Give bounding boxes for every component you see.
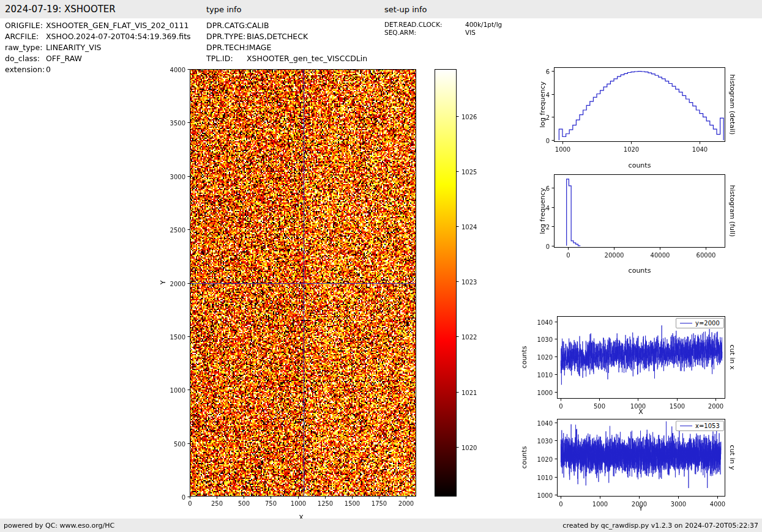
raw-type-row: raw_type: LINEARITY_VIS <box>5 42 191 53</box>
det-read-clock-label: DET.READ.CLOCK: <box>384 21 465 29</box>
footer-bar: powered by QC: www.eso.org/HC created by… <box>0 519 762 532</box>
cut-in-x-legend: y=2000 <box>676 318 724 328</box>
tpl-id-value: XSHOOTER_gen_tec_VISCCDLin <box>247 53 367 64</box>
extension-row: extension: 0 <box>5 64 191 75</box>
dpr-tech-label: DPR.TECH: <box>206 42 247 53</box>
cut-in-y-y-axis-label: counts <box>520 446 528 469</box>
legend-line-icon <box>680 323 692 323</box>
arcfile-value: XSHOO.2024-07-20T04:54:19.369.fits <box>46 31 191 42</box>
raw-type-label: raw_type: <box>5 42 46 53</box>
type-info-heading: type info <box>206 5 242 14</box>
extension-value: 0 <box>46 64 51 75</box>
dpr-type-row: DPR.TYPE: BIAS,DETCHECK <box>206 31 367 42</box>
dpr-catg-label: DPR.CATG: <box>206 20 247 31</box>
dpr-catg-row: DPR.CATG: CALIB <box>206 20 367 31</box>
raw-type-value: LINEARITY_VIS <box>46 42 102 53</box>
file-info-block: ORIGFILE: XSHOOTER_GEN_FLAT_VIS_202_0111… <box>5 20 191 75</box>
hist-detail-side-label: histogram (detail) <box>728 75 736 135</box>
hist-full-y-axis-label: log frequency <box>539 188 547 234</box>
legend-line-icon <box>680 426 692 426</box>
tpl-id-row: TPL.ID: XSHOOTER_gen_tec_VISCCDLin <box>206 53 367 64</box>
cut-in-x-side-label: cut in x <box>728 345 736 370</box>
cut-in-y-legend-label: x=1053 <box>695 423 720 429</box>
origfile-value: XSHOOTER_GEN_FLAT_VIS_202_0111 <box>46 20 189 31</box>
qc-report-page: 2024-07-19: XSHOOTER type info set-up in… <box>0 0 762 532</box>
arcfile-label: ARCFILE: <box>5 31 46 42</box>
seq-arm-row: SEQ.ARM: VIS <box>384 29 502 37</box>
dpr-tech-value: IMAGE <box>247 42 271 53</box>
det-read-clock-row: DET.READ.CLOCK: 400k/1pt/lg <box>384 21 502 29</box>
image-y-axis-label: Y <box>159 281 167 285</box>
header-bar: 2024-07-19: XSHOOTER type info set-up in… <box>0 0 762 18</box>
dpr-type-value: BIAS,DETCHECK <box>247 31 308 42</box>
do-class-label: do_class: <box>5 53 46 64</box>
cut-in-y-legend: x=1053 <box>676 421 724 431</box>
seq-arm-value: VIS <box>465 29 476 37</box>
do-class-row: do_class: OFF_RAW <box>5 53 191 64</box>
hist-detail-x-axis-label: counts <box>629 161 651 169</box>
page-title: 2024-07-19: XSHOOTER <box>5 4 116 15</box>
cut-in-x-legend-label: y=2000 <box>695 320 720 327</box>
setup-info-block: DET.READ.CLOCK: 400k/1pt/lg SEQ.ARM: VIS <box>384 21 502 37</box>
cut-in-x-x-axis-label: X <box>638 408 643 416</box>
setup-info-heading: set-up info <box>384 5 427 14</box>
type-info-block: DPR.CATG: CALIB DPR.TYPE: BIAS,DETCHECK … <box>206 20 367 64</box>
do-class-value: OFF_RAW <box>46 53 82 64</box>
cut-in-x-y-axis-label: counts <box>520 346 528 369</box>
cut-in-y-side-label: cut in y <box>728 445 736 470</box>
footer-powered-by: powered by QC: www.eso.org/HC <box>4 522 114 530</box>
dpr-catg-value: CALIB <box>247 20 269 31</box>
hist-full-side-label: histogram (full) <box>728 185 736 237</box>
seq-arm-label: SEQ.ARM: <box>384 29 465 37</box>
origfile-row: ORIGFILE: XSHOOTER_GEN_FLAT_VIS_202_0111 <box>5 20 191 31</box>
cut-in-y-x-axis-label: Y <box>639 504 643 512</box>
origfile-label: ORIGFILE: <box>5 20 46 31</box>
arcfile-row: ARCFILE: XSHOO.2024-07-20T04:54:19.369.f… <box>5 31 191 42</box>
hist-detail-y-axis-label: log frequency <box>539 81 547 127</box>
extension-label: extension: <box>5 64 46 75</box>
hist-full-x-axis-label: counts <box>629 267 651 275</box>
det-read-clock-value: 400k/1pt/lg <box>465 21 502 29</box>
tpl-id-label: TPL.ID: <box>206 53 247 64</box>
footer-created-by: created by qc_rawdisp.py v1.2.3 on 2024-… <box>562 522 758 530</box>
dpr-tech-row: DPR.TECH: IMAGE <box>206 42 367 53</box>
dpr-type-label: DPR.TYPE: <box>206 31 247 42</box>
